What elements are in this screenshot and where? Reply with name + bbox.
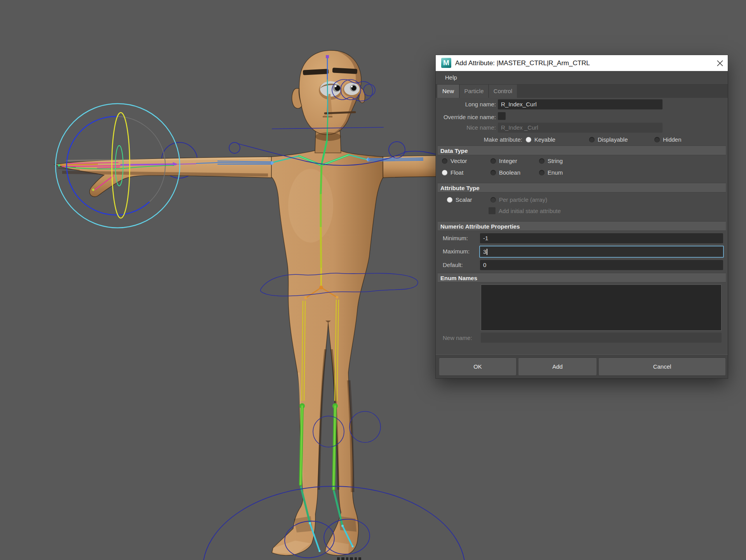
radio-vector-label[interactable]: Vector: [450, 156, 467, 166]
radio-boolean[interactable]: [490, 170, 496, 175]
radio-hidden-label[interactable]: Hidden: [663, 135, 682, 144]
minimum-input[interactable]: -1: [480, 233, 723, 243]
close-icon[interactable]: [715, 59, 725, 68]
maximum-input[interactable]: 3: [479, 246, 724, 258]
section-header-data-type: Data Type: [438, 146, 726, 155]
radio-keyable-label[interactable]: Keyable: [534, 135, 555, 144]
add-button[interactable]: Add: [518, 358, 596, 375]
radio-string[interactable]: [539, 158, 544, 164]
radio-vector[interactable]: [442, 158, 447, 164]
long-name-label: Long name:: [436, 99, 496, 109]
radio-enum-label[interactable]: Enum: [548, 168, 563, 177]
text-caret: [487, 249, 487, 255]
maya-logo-icon: M: [441, 58, 451, 68]
dialog-titlebar[interactable]: M Add Attribute: |MASTER_CTRL|R_Arm_CTRL: [436, 55, 728, 71]
character-model[interactable]: [55, 50, 470, 555]
radio-string-label[interactable]: String: [548, 156, 563, 166]
radio-displayable[interactable]: [589, 137, 595, 142]
radio-integer[interactable]: [490, 158, 496, 164]
radio-integer-label[interactable]: Integer: [499, 156, 517, 166]
radio-float[interactable]: [442, 170, 447, 175]
radio-float-label[interactable]: Float: [450, 168, 463, 177]
tab-particle[interactable]: Particle: [460, 85, 488, 98]
dialog-tabs: New Particle Control: [436, 85, 728, 98]
make-attribute-label: Make attribute:: [436, 135, 522, 145]
minimum-label: Minimum:: [443, 233, 468, 243]
clipped-bottom-label: [337, 557, 361, 560]
default-label: Default:: [443, 260, 463, 270]
maximum-value: 3: [483, 248, 486, 255]
new-name-input: [481, 333, 722, 343]
radio-displayable-label[interactable]: Displayable: [598, 135, 628, 144]
menu-item-help[interactable]: Help: [445, 71, 457, 84]
tab-control[interactable]: Control: [489, 85, 517, 98]
ok-button[interactable]: OK: [439, 358, 516, 375]
radio-boolean-label[interactable]: Boolean: [499, 168, 520, 177]
radio-hidden[interactable]: [654, 137, 660, 142]
new-name-label: New name:: [443, 333, 472, 343]
radio-keyable[interactable]: [526, 137, 531, 142]
override-nice-name-checkbox[interactable]: [498, 112, 506, 120]
section-header-attribute-type: Attribute Type: [438, 183, 726, 192]
dialog-title: Add Attribute: |MASTER_CTRL|R_Arm_CTRL: [455, 55, 590, 71]
enum-names-listbox[interactable]: [481, 284, 722, 331]
radio-enum[interactable]: [539, 170, 544, 175]
radio-scalar-label[interactable]: Scalar: [456, 195, 472, 205]
override-nice-name-label: Override nice name:: [436, 112, 496, 122]
long-name-input[interactable]: R_Index_Curl: [498, 99, 663, 109]
nice-name-label: Nice name:: [436, 123, 496, 133]
section-header-numeric: Numeric Attribute Properties: [438, 221, 726, 231]
maximum-label: Maximum:: [443, 246, 470, 257]
tab-new[interactable]: New: [437, 85, 459, 98]
dialog-menubar: Help: [436, 71, 728, 85]
add-attribute-dialog: M Add Attribute: |MASTER_CTRL|R_Arm_CTRL…: [436, 55, 728, 378]
cancel-button[interactable]: Cancel: [599, 358, 725, 375]
default-input[interactable]: 0: [480, 260, 723, 270]
section-header-enum-names: Enum Names: [438, 273, 726, 283]
maya-application: M Add Attribute: |MASTER_CTRL|R_Arm_CTRL…: [0, 0, 746, 560]
radio-per-particle-label: Per particle (array): [499, 195, 547, 205]
radio-scalar[interactable]: [447, 197, 452, 203]
add-initial-state-checkbox: [489, 207, 496, 214]
add-initial-state-label: Add initial state attribute: [499, 206, 561, 216]
radio-per-particle: [490, 197, 496, 203]
control-curves[interactable]: [56, 80, 465, 560]
nice-name-input: R_Index _Curl: [498, 123, 663, 133]
